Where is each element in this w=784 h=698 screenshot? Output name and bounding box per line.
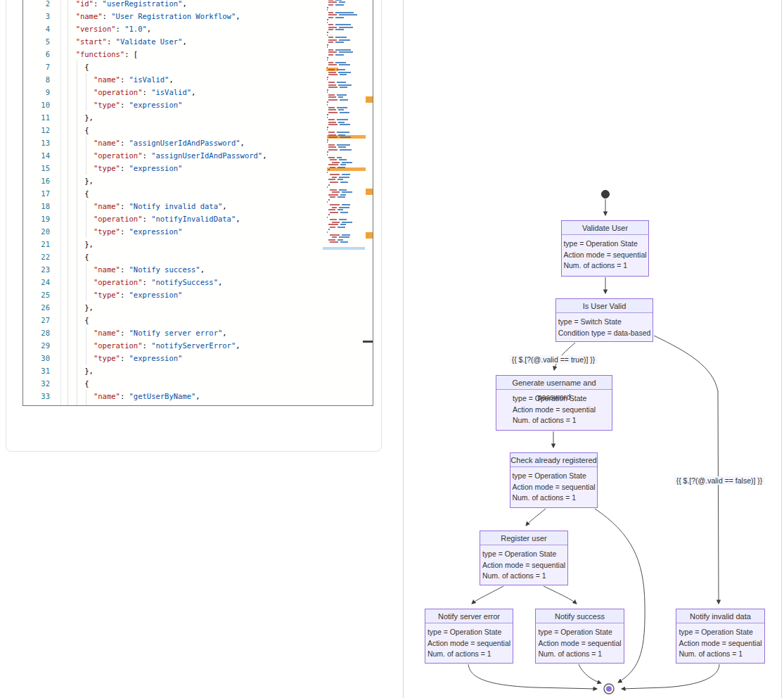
code-line[interactable]: 21 }, — [23, 238, 373, 250]
workflow-source-card: 1{2 "id": "userRegistration",3 "name": "… — [6, 0, 382, 452]
state-node-notify-server-error[interactable]: Notify server errortype = Operation Stat… — [425, 609, 513, 664]
line-number: 5 — [23, 35, 50, 48]
line-number: 7 — [23, 61, 50, 73]
code-line[interactable]: 9 "operation": "isValid", — [23, 86, 373, 99]
code-text: { — [67, 61, 89, 73]
state-property-line: Num. of actions = 1 — [428, 649, 510, 660]
line-number: 4 — [23, 23, 50, 35]
line-number: 31 — [23, 364, 50, 377]
state-node-register-user[interactable]: Register usertype = Operation StateActio… — [480, 531, 568, 585]
state-property-line: type = Operation State — [482, 549, 565, 560]
state-node-generate-username-and-password[interactable]: Generate username and passwordtype = Ope… — [496, 375, 612, 431]
line-number: 11 — [23, 111, 50, 124]
code-text: "operation": "notifyInvalidData", — [67, 212, 240, 225]
code-line[interactable]: 11 }, — [23, 111, 373, 124]
code-text: }, — [67, 364, 94, 377]
line-number: 16 — [23, 174, 50, 187]
code-text: "start": "Validate User", — [67, 35, 187, 48]
code-text: }, — [67, 301, 94, 314]
state-property-line: Num. of actions = 1 — [563, 260, 646, 272]
code-line[interactable]: 19 "operation": "notifyInvalidData", — [23, 212, 373, 225]
code-text: }, — [67, 238, 94, 250]
code-line[interactable]: 5 "start": "Validate User", — [23, 35, 373, 48]
code-text: "type": "expression" — [67, 99, 182, 111]
line-number: 12 — [23, 124, 50, 137]
state-node-is-user-valid[interactable]: Is User Validtype = Switch StateConditio… — [555, 298, 653, 342]
ruler-warning-marker — [366, 96, 373, 103]
code-line[interactable]: 23 "name": "Notify success", — [23, 263, 373, 276]
state-property-line: type = Switch State — [558, 317, 651, 328]
code-text: }, — [67, 111, 94, 124]
state-node-validate-user[interactable]: Validate Usertype = Operation StateActio… — [561, 220, 649, 277]
code-text: { — [67, 187, 89, 200]
code-line[interactable]: 10 "type": "expression" — [23, 99, 373, 111]
code-line[interactable]: 33 "name": "getUserByName", — [23, 390, 373, 402]
state-properties: type = Operation StateAction mode = sequ… — [496, 390, 612, 426]
code-line[interactable]: 20 "type": "expression" — [23, 225, 373, 238]
state-node-check-already-registered[interactable]: Check already registeredtype = Operation… — [510, 452, 598, 508]
ruler-warning-marker — [366, 189, 373, 195]
code-text: "version": "1.0", — [67, 23, 151, 35]
code-line[interactable]: 24 "operation": "notifySuccess", — [23, 276, 373, 288]
code-line[interactable]: 28 "name": "Notify server error", — [23, 326, 373, 339]
code-line[interactable]: 31 }, — [23, 364, 373, 377]
code-text: { — [67, 314, 89, 326]
code-line[interactable]: 27 { — [23, 314, 373, 326]
code-line[interactable]: 26 }, — [23, 301, 373, 314]
state-property-line: type = Operation State — [679, 627, 761, 638]
code-line[interactable]: 12 { — [23, 124, 373, 137]
code-text: "name": "Notify success", — [67, 263, 205, 276]
minimap[interactable] — [323, 0, 365, 406]
valid-false-label: {{ $.[?(@.valid == false)] }} — [674, 476, 765, 485]
state-property-line: Action mode = sequential — [428, 638, 510, 649]
state-property-line: type = Operation State — [563, 239, 646, 250]
code-text: "name": "getUserByName", — [67, 390, 200, 402]
code-line[interactable]: 7 { — [23, 61, 373, 73]
code-text: "name": "isValid", — [67, 73, 174, 86]
code-line[interactable]: 34 "operation": "getUserByName", — [23, 402, 373, 406]
code-text: "name": "assignUserIdAndPassword", — [67, 137, 245, 149]
state-property-line: Num. of actions = 1 — [538, 649, 621, 660]
code-text: "type": "expression" — [67, 225, 182, 238]
line-number: 9 — [23, 86, 50, 99]
line-number: 34 — [23, 402, 50, 406]
line-number: 26 — [23, 301, 50, 314]
state-node-notify-success[interactable]: Notify successtype = Operation StateActi… — [535, 609, 624, 664]
state-title: Register user — [480, 531, 567, 545]
code-lines[interactable]: 1{2 "id": "userRegistration",3 "name": "… — [23, 0, 373, 406]
code-line[interactable]: 22 { — [23, 250, 373, 263]
line-number: 24 — [23, 276, 50, 288]
code-line[interactable]: 14 "operation": "assignUserIdAndPassword… — [23, 149, 373, 162]
code-line[interactable]: 15 "type": "expression" — [23, 162, 373, 174]
state-properties: type = Operation StateAction mode = sequ… — [510, 467, 597, 504]
line-number: 28 — [23, 326, 50, 339]
valid-true-label: {{ $.[?(@.valid == true)] }} — [510, 355, 598, 364]
line-number: 22 — [23, 250, 50, 263]
json-code-editor[interactable]: 1{2 "id": "userRegistration",3 "name": "… — [23, 0, 373, 406]
code-text: "operation": "getUserByName", — [67, 402, 222, 406]
code-line[interactable]: 18 "name": "Notify invalid data", — [23, 200, 373, 212]
code-text: "operation": "assignUserIdAndPassword", — [67, 149, 267, 162]
code-line[interactable]: 17 { — [23, 187, 373, 200]
state-title: Notify invalid data — [676, 609, 764, 623]
code-line[interactable]: 32 { — [23, 377, 373, 390]
code-line[interactable]: 6 "functions": [ — [23, 48, 373, 61]
code-text: "type": "expression" — [67, 162, 182, 174]
code-line[interactable]: 2 "id": "userRegistration", — [23, 0, 373, 10]
code-line[interactable]: 3 "name": "User Registration Workflow", — [23, 10, 373, 23]
code-text: "operation": "notifyServerError", — [67, 339, 240, 352]
state-properties: type = Operation StateAction mode = sequ… — [480, 545, 567, 582]
state-property-line: type = Operation State — [428, 627, 510, 638]
state-title: Notify server error — [425, 609, 513, 623]
code-line[interactable]: 29 "operation": "notifyServerError", — [23, 339, 373, 352]
code-line[interactable]: 4 "version": "1.0", — [23, 23, 373, 35]
code-line[interactable]: 8 "name": "isValid", — [23, 73, 373, 86]
state-node-notify-invalid-data[interactable]: Notify invalid datatype = Operation Stat… — [676, 609, 765, 664]
code-line[interactable]: 25 "type": "expression" — [23, 288, 373, 301]
code-line[interactable]: 13 "name": "assignUserIdAndPassword", — [23, 137, 373, 149]
ruler-warning-marker — [366, 232, 373, 239]
line-number: 27 — [23, 314, 50, 326]
state-property-line: Num. of actions = 1 — [482, 571, 565, 582]
code-line[interactable]: 30 "type": "expression" — [23, 352, 373, 364]
code-line[interactable]: 16 }, — [23, 174, 373, 187]
